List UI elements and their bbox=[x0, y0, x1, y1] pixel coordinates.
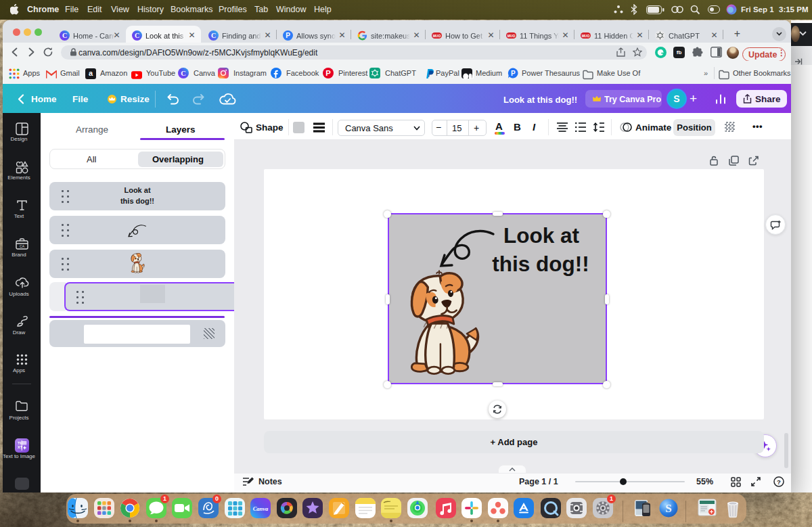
svg-text:P: P bbox=[325, 69, 331, 77]
svg-text:MUO: MUO bbox=[582, 34, 590, 38]
svg-text:S: S bbox=[665, 502, 671, 515]
svg-text:C: C bbox=[181, 70, 185, 77]
svg-text:C: C bbox=[62, 32, 67, 39]
svg-text:Look at: Look at bbox=[503, 223, 580, 248]
svg-text:Canva: Canva bbox=[253, 505, 269, 512]
svg-text:MUO: MUO bbox=[433, 34, 441, 38]
svg-text:CA: CA bbox=[20, 244, 25, 248]
svg-text:MUO: MUO bbox=[508, 34, 516, 38]
svg-text:C: C bbox=[135, 32, 139, 39]
svg-text:P: P bbox=[511, 70, 516, 77]
svg-text:this dog!!: this dog!! bbox=[492, 252, 589, 276]
svg-text:?: ? bbox=[777, 478, 781, 486]
svg-text:C: C bbox=[211, 32, 216, 39]
svg-text:P: P bbox=[286, 32, 290, 39]
